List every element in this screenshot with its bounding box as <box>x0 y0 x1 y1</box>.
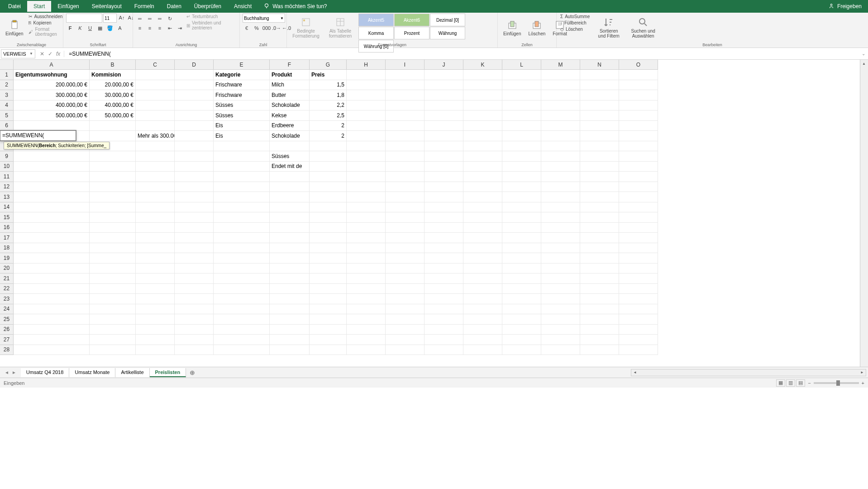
cell-O7[interactable] <box>619 131 658 141</box>
cell-J24[interactable] <box>424 304 463 315</box>
cell-C2[interactable] <box>136 80 175 91</box>
cell-H25[interactable] <box>347 314 386 325</box>
cell-E17[interactable] <box>214 233 270 243</box>
cell-C21[interactable] <box>136 273 175 284</box>
cell-D25[interactable] <box>175 314 214 325</box>
font-color-icon[interactable]: A <box>116 24 124 32</box>
cell-B20[interactable] <box>90 264 136 274</box>
cell-J14[interactable] <box>424 202 463 213</box>
cell-E11[interactable] <box>214 172 270 182</box>
cell-B12[interactable] <box>90 182 136 192</box>
cell-N2[interactable] <box>580 80 619 91</box>
cell-N16[interactable] <box>580 223 619 233</box>
col-header-N[interactable]: N <box>580 60 619 70</box>
enter-formula-icon[interactable]: ✓ <box>48 51 52 57</box>
cell-I22[interactable] <box>386 284 424 294</box>
tellme-search[interactable]: Was möchten Sie tun? <box>258 3 332 10</box>
cell-F5[interactable]: Kekse <box>270 110 310 121</box>
row-header-17[interactable]: 17 <box>0 233 14 243</box>
cell-D24[interactable] <box>175 304 214 315</box>
cell-H26[interactable] <box>347 325 386 335</box>
cell-H10[interactable] <box>347 162 386 172</box>
cell-D2[interactable] <box>175 80 214 91</box>
cell-A15[interactable] <box>14 212 90 223</box>
cell-G17[interactable] <box>310 233 347 243</box>
cell-O11[interactable] <box>619 172 658 182</box>
cell-K16[interactable] <box>463 223 502 233</box>
cell-I14[interactable] <box>386 202 424 213</box>
cell-F16[interactable] <box>270 223 310 233</box>
cell-O27[interactable] <box>619 335 658 345</box>
cell-O15[interactable] <box>619 212 658 223</box>
style-komma[interactable]: Komma <box>358 27 394 39</box>
cell-B2[interactable]: 20.000,00 € <box>90 80 136 91</box>
cell-N18[interactable] <box>580 243 619 254</box>
increase-decimal-icon[interactable]: .0→ <box>272 24 281 32</box>
cell-N5[interactable] <box>580 110 619 121</box>
cell-N15[interactable] <box>580 212 619 223</box>
cell-I4[interactable] <box>386 101 424 111</box>
cell-A2[interactable]: 200.000,00 € <box>14 80 90 91</box>
cell-K6[interactable] <box>463 121 502 131</box>
cell-M20[interactable] <box>541 264 580 274</box>
cell-G22[interactable] <box>310 284 347 294</box>
cell-G13[interactable] <box>310 192 347 202</box>
cell-E24[interactable] <box>214 304 270 315</box>
cell-G15[interactable] <box>310 212 347 223</box>
cell-H9[interactable] <box>347 151 386 162</box>
col-header-G[interactable]: G <box>310 60 347 70</box>
cell-C17[interactable] <box>136 233 175 243</box>
cell-D17[interactable] <box>175 233 214 243</box>
col-header-L[interactable]: L <box>502 60 541 70</box>
cell-F9[interactable]: Süsses <box>270 151 310 162</box>
cell-K1[interactable] <box>463 70 502 80</box>
cell-G8[interactable] <box>310 141 347 152</box>
cell-K14[interactable] <box>463 202 502 213</box>
cell-J12[interactable] <box>424 182 463 192</box>
cell-L5[interactable] <box>502 110 541 121</box>
cell-D28[interactable] <box>175 345 214 355</box>
cell-L25[interactable] <box>502 314 541 325</box>
cell-C22[interactable] <box>136 284 175 294</box>
share-button[interactable]: Freigeben <box>828 3 866 10</box>
cell-B5[interactable]: 50.000,00 € <box>90 110 136 121</box>
row-header-2[interactable]: 2 <box>0 80 14 91</box>
cell-J26[interactable] <box>424 325 463 335</box>
cell-H22[interactable] <box>347 284 386 294</box>
cell-K8[interactable] <box>463 141 502 152</box>
increase-font-icon[interactable]: A↑ <box>118 14 126 22</box>
cell-E22[interactable] <box>214 284 270 294</box>
cell-F28[interactable] <box>270 345 310 355</box>
col-header-O[interactable]: O <box>619 60 658 70</box>
format-as-table-button[interactable]: Als Tabelle formatieren <box>324 14 357 42</box>
name-box[interactable]: VERWEIS ▼ <box>1 49 35 58</box>
cell-D8[interactable] <box>175 141 214 152</box>
cell-J9[interactable] <box>424 151 463 162</box>
cell-G1[interactable]: Preis <box>310 70 347 80</box>
scroll-up-icon[interactable]: ▲ <box>860 60 868 67</box>
cell-M15[interactable] <box>541 212 580 223</box>
row-header-13[interactable]: 13 <box>0 192 14 202</box>
italic-icon[interactable]: K <box>76 24 84 32</box>
cell-O25[interactable] <box>619 314 658 325</box>
cell-O6[interactable] <box>619 121 658 131</box>
row-header-4[interactable]: 4 <box>0 101 14 111</box>
tab-review[interactable]: Überprüfen <box>188 1 228 12</box>
cell-G7[interactable]: 2 <box>310 131 347 141</box>
find-select-button[interactable]: Suchen und Auswählen <box>627 14 659 42</box>
cell-H19[interactable] <box>347 253 386 264</box>
cell-F23[interactable] <box>270 294 310 304</box>
align-center-icon[interactable]: ≡ <box>146 24 154 32</box>
cell-A10[interactable] <box>14 162 90 172</box>
row-header-11[interactable]: 11 <box>0 172 14 182</box>
cell-C25[interactable] <box>136 314 175 325</box>
cell-F20[interactable] <box>270 264 310 274</box>
cell-C16[interactable] <box>136 223 175 233</box>
cell-E28[interactable] <box>214 345 270 355</box>
currency-icon[interactable]: € <box>243 24 251 32</box>
cell-I10[interactable] <box>386 162 424 172</box>
row-header-9[interactable]: 9 <box>0 151 14 162</box>
cell-A14[interactable] <box>14 202 90 213</box>
cell-M5[interactable] <box>541 110 580 121</box>
row-header-5[interactable]: 5 <box>0 110 14 121</box>
